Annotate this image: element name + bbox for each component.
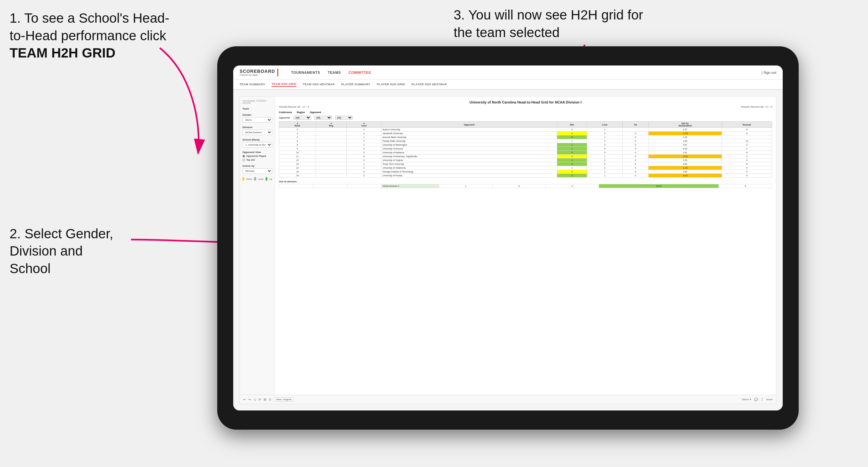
sub-nav-team-h2h-heatmap[interactable]: TEAM H2H HEATMAP bbox=[303, 82, 335, 87]
table-row: 13 1 Texas Tech University 3 0 0 5.56 9 bbox=[279, 162, 772, 166]
nav-sign-out[interactable]: | Sign out bbox=[762, 71, 776, 74]
cell-reg bbox=[316, 158, 346, 162]
cell-loss: 0 bbox=[587, 151, 623, 155]
view-original[interactable]: View: Original bbox=[274, 397, 293, 402]
tableau-content: Last Updated: 27/03/2024 16:55:38 Team G… bbox=[240, 96, 776, 395]
cell-rounds: 3 bbox=[722, 143, 772, 147]
colour-by-label: Colour by bbox=[243, 164, 272, 167]
cell-reg bbox=[316, 166, 346, 170]
cell-loss: 1 bbox=[587, 174, 623, 178]
division-record: Division Record: 88 - 17 - 0 bbox=[741, 105, 772, 108]
sidebar-timestamp: Last Updated: 27/03/2024 16:55:38 bbox=[243, 100, 272, 104]
cell-tie: 0 bbox=[623, 155, 649, 158]
table-row: 2 1 Auburn University 2 1 1.67 9 bbox=[279, 128, 772, 132]
cell-rounds: 9 bbox=[722, 174, 772, 178]
cell-tie: 0 bbox=[623, 162, 649, 166]
division-select[interactable]: NCAA Division I bbox=[243, 130, 272, 135]
overall-record: Overall Record: 89 - 17 - 0 bbox=[279, 105, 309, 108]
gender-select[interactable]: Men's bbox=[243, 117, 272, 123]
cell-rank: 16 bbox=[279, 174, 316, 178]
sub-nav-player-h2h-heatmap[interactable]: PLAYER H2H HEATMAP bbox=[411, 82, 447, 87]
nav-teams[interactable]: TEAMS bbox=[328, 71, 341, 74]
nav-bar: SCOREBOARD Powered by clippd TOURNAMENTS… bbox=[233, 65, 783, 80]
logo-sub: Powered by clippd bbox=[240, 74, 275, 76]
step3-text: 3. You will now see H2H grid for the tea… bbox=[454, 7, 643, 40]
camera-icon[interactable]: ⊞ bbox=[264, 398, 266, 401]
col-tie: Tie bbox=[623, 122, 649, 128]
cell-conf: 3 bbox=[347, 174, 381, 178]
watch-button[interactable]: Watch ▾ bbox=[742, 398, 751, 401]
back-icon[interactable]: ◁ bbox=[253, 398, 256, 401]
cell-reg bbox=[316, 155, 346, 158]
cell-conf: 3 bbox=[347, 158, 381, 162]
cell-rank: 2 bbox=[279, 128, 316, 132]
col-diff: Diff AvStrokes/Rnd bbox=[649, 122, 722, 128]
cell-reg bbox=[316, 151, 346, 155]
sidebar: Last Updated: 27/03/2024 16:55:38 Team G… bbox=[240, 96, 275, 395]
out-win: 1 bbox=[439, 184, 493, 188]
clock-icon[interactable]: ⊙ bbox=[269, 398, 271, 401]
cell-rank: 13 bbox=[279, 162, 316, 166]
radio-opponents-played[interactable]: Opponents Played bbox=[243, 155, 272, 157]
cell-reg bbox=[316, 139, 346, 143]
col-rank: #Rank bbox=[279, 122, 316, 128]
redo-icon[interactable]: ↪ bbox=[248, 398, 251, 401]
comment-icon[interactable]: 💬 bbox=[754, 398, 758, 401]
out-table: NCAA Division II 1 0 0 26.00 3 bbox=[279, 184, 772, 188]
table-row: 4 1 Arizona State University 5 1 0 2.29 bbox=[279, 135, 772, 139]
cell-rounds: 9 bbox=[722, 170, 772, 174]
cell-loss: 0 bbox=[587, 158, 623, 162]
cell-rounds: 3 bbox=[722, 158, 772, 162]
radio-top100[interactable]: Top 100 bbox=[243, 158, 272, 161]
cell-diff: -6.42 bbox=[649, 174, 722, 178]
cell-loss: 0 bbox=[587, 147, 623, 151]
conf-select[interactable]: (All) bbox=[293, 116, 311, 120]
col-loss: Loss bbox=[587, 122, 623, 128]
cell-win: 0 bbox=[557, 155, 587, 158]
step2-text: 2. Select Gender,Division andSchool bbox=[9, 226, 114, 276]
sub-nav-team-summary[interactable]: TEAM SUMMARY bbox=[240, 82, 265, 87]
cell-loss: 2 bbox=[587, 166, 623, 170]
cell-conf: 4 bbox=[347, 170, 381, 174]
cell-name: University of Arkansas, Fayetteville bbox=[381, 155, 557, 158]
cell-win: 1 bbox=[557, 166, 587, 170]
table-row: 16 3 University of Florida 3 1 0 -6.42 9 bbox=[279, 174, 772, 178]
out-of-division: Out of division NCAA Division II 1 bbox=[279, 180, 772, 188]
filter-row: Conference Region Opponent bbox=[279, 111, 772, 114]
cell-reg bbox=[316, 147, 346, 151]
cell-loss: 0 bbox=[587, 143, 623, 147]
share-label[interactable]: Share bbox=[766, 398, 773, 401]
nav-committee[interactable]: COMMITTEE bbox=[348, 71, 371, 74]
bottom-right: Watch ▾ 💬 ⤴ Share bbox=[742, 398, 773, 401]
col-win: Win bbox=[557, 122, 587, 128]
table-row: 11 6 University of Arkansas, Fayettevill… bbox=[279, 155, 772, 158]
undo-icon[interactable]: ↩ bbox=[243, 398, 246, 401]
cell-rounds: 2 bbox=[722, 147, 772, 151]
sub-nav-player-h2h-grid[interactable]: PLAYER H2H GRID bbox=[377, 82, 405, 87]
share-icon[interactable]: ⤴ bbox=[761, 398, 763, 401]
cell-win: 3 bbox=[557, 151, 587, 155]
cell-loss: 2 bbox=[587, 139, 623, 143]
region-select[interactable]: (All) bbox=[314, 116, 332, 120]
cell-diff: 5.56 bbox=[649, 162, 722, 166]
cell-conf: 2 bbox=[347, 139, 381, 143]
out-tie: 0 bbox=[546, 184, 599, 188]
nav-tournaments[interactable]: TOURNAMENTS bbox=[291, 71, 320, 74]
col-opponent: Opponent bbox=[381, 122, 557, 128]
out-conf bbox=[348, 184, 382, 188]
refresh-icon[interactable]: ⟳ bbox=[258, 398, 261, 401]
cell-conf: 3 bbox=[347, 147, 381, 151]
opp-select[interactable]: (All) bbox=[335, 116, 353, 120]
cell-diff: 1.83 bbox=[649, 139, 722, 143]
cell-diff: 3.67 bbox=[649, 143, 722, 147]
cell-reg bbox=[316, 170, 346, 174]
cell-win: 5 bbox=[557, 135, 587, 139]
colour-select[interactable]: Win/loss bbox=[243, 168, 272, 174]
sub-nav-team-h2h-grid[interactable]: TEAM H2H GRID bbox=[272, 82, 297, 87]
sub-nav-player-summary[interactable]: PLAYER SUMMARY bbox=[341, 82, 370, 87]
cell-loss: 1 bbox=[587, 128, 623, 132]
school-select[interactable]: 1. University of Nort... bbox=[243, 142, 272, 148]
cell-conf: 5 bbox=[347, 151, 381, 155]
records-row: Overall Record: 89 - 17 - 0 Division Rec… bbox=[279, 105, 772, 108]
cell-rank: 15 bbox=[279, 170, 316, 174]
